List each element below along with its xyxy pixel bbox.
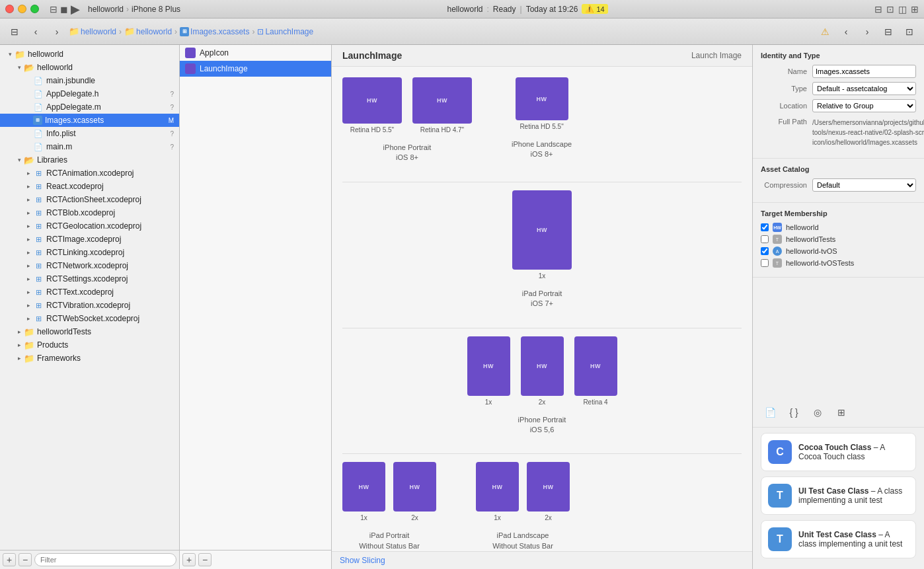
back-btn[interactable]: ‹	[26, 22, 45, 41]
sidebar-item-react[interactable]: ⊞ React.xcodeproj	[0, 180, 179, 193]
asset-cell-ipad-portrait-nostatus-2x[interactable]: HW 2x	[393, 462, 436, 521]
asset-box-iphone-ios56-2x[interactable]: HW	[521, 336, 564, 396]
sidebar-item-rctvibration[interactable]: ⊞ RCTVibration.xcodeproj	[0, 299, 179, 312]
template-card-ui-test[interactable]: T UI Test Case Class – A class implement…	[761, 476, 916, 515]
asset-cell-ipad-portrait-ios7-1x[interactable]: HW 1x	[512, 190, 572, 280]
sidebar-item-appdelegate-h[interactable]: 📄 AppDelegate.h ?	[0, 87, 179, 100]
asset-cell-retina-hd-55-1[interactable]: HW Retina HD 5.5"	[342, 77, 402, 133]
rp-name-input[interactable]	[812, 65, 916, 78]
asset-box-ipad-portrait-ios7-1x[interactable]: HW	[512, 190, 572, 270]
asset-label-ipad-landscape-nostatus-2x: 2x	[545, 514, 552, 521]
run-icon[interactable]: ▶	[71, 2, 80, 17]
sidebar-item-libraries[interactable]: 📂 Libraries	[0, 153, 179, 167]
layout-icon-4[interactable]: ⊞	[911, 4, 919, 15]
sidebar-item-rctactionsheet[interactable]: ⊞ RCTActionSheet.xcodeproj	[0, 193, 179, 206]
layout-icon-2[interactable]: ⊡	[886, 4, 894, 15]
sidebar-remove-btn[interactable]: −	[19, 553, 32, 566]
sidebar-item-helloworld-root[interactable]: 📁 helloworld	[0, 48, 179, 61]
asset-box-ipad-landscape-nostatus-2x[interactable]: HW	[527, 462, 570, 512]
badge-info-plist: ?	[170, 130, 174, 137]
warning-badge[interactable]: ⚠️ 14	[582, 4, 607, 14]
asset-cell-iphone-ios56-1x[interactable]: HW 1x	[467, 336, 510, 406]
sidebar-add-btn[interactable]: +	[3, 553, 16, 566]
asset-remove-btn[interactable]: −	[198, 553, 212, 566]
section-ipad-nostatus-ios56: HW 1x HW 2x iPad PortraitWithout Status …	[342, 462, 742, 551]
rp-location-select[interactable]: Relative to Group	[812, 99, 916, 112]
template-card-unit-test[interactable]: T Unit Test Case Class – A class impleme…	[761, 520, 916, 558]
tm-check-helloworld-tvos[interactable]	[761, 247, 769, 255]
sidebar-item-rctblob[interactable]: ⊞ RCTBlob.xcodeproj	[0, 206, 179, 219]
rp-icon-grid[interactable]: ⊞	[832, 403, 851, 422]
stop-icon[interactable]: ◼	[60, 4, 68, 15]
rp-icon-braces[interactable]: { }	[785, 403, 803, 422]
sidebar-item-rcttext[interactable]: ⊞ RCTText.xcodeproj	[0, 285, 179, 299]
close-button[interactable]	[5, 5, 14, 13]
minimize-button[interactable]	[18, 5, 26, 13]
panel-toggle-right[interactable]: ⊡	[900, 22, 919, 41]
sidebar-item-rctsettings[interactable]: ⊞ RCTSettings.xcodeproj	[0, 272, 179, 285]
sidebar-item-info-plist[interactable]: 📄 Info.plist ?	[0, 127, 179, 140]
nav-btn-fwd[interactable]: ›	[858, 22, 876, 41]
asset-cell-ipad-portrait-nostatus-1x[interactable]: HW 1x	[342, 462, 385, 521]
sidebar-item-images-xcassets[interactable]: ⊞ Images.xcassets M	[0, 114, 179, 127]
sidebar-item-main-jsbundle[interactable]: 📄 main.jsbundle	[0, 74, 179, 87]
asset-cell-ipad-landscape-nostatus-2x[interactable]: HW 2x	[527, 462, 570, 521]
asset-box-retina-hd-55-1[interactable]: HW	[342, 77, 402, 124]
sidebar-item-main-m[interactable]: 📄 main.m ?	[0, 140, 179, 153]
sidebar-toggle-btn[interactable]: ⊟	[5, 22, 24, 41]
tm-check-helloworldtests[interactable]	[761, 235, 769, 243]
asset-box-retina-hd-55-landscape[interactable]: HW	[516, 77, 568, 120]
template-card-cocoa-touch[interactable]: C Cocoa Touch Class – A Cocoa Touch clas…	[761, 433, 916, 471]
asset-box-retina-hd-47[interactable]: HW	[412, 77, 472, 124]
sidebar-toggle-icon[interactable]: ⊟	[50, 4, 58, 15]
tm-label-helloworld: helloworld	[786, 223, 819, 231]
layout-icon-3[interactable]: ◫	[898, 4, 907, 15]
sidebar-item-appdelegate-m[interactable]: 📄 AppDelegate.m ?	[0, 100, 179, 114]
sidebar-item-frameworks[interactable]: 📁 Frameworks	[0, 352, 179, 365]
maximize-button[interactable]	[30, 5, 39, 13]
asset-item-launchimage[interactable]: LaunchImage	[180, 61, 331, 77]
tm-check-helloworld[interactable]	[761, 223, 769, 231]
breadcrumb-item-2[interactable]: Images.xcassets	[190, 27, 249, 36]
breadcrumb-item-0[interactable]: helloworld	[81, 27, 116, 36]
sidebar-item-rctanimation[interactable]: ⊞ RCTAnimation.xcodeproj	[0, 167, 179, 180]
rp-icon-doc[interactable]: 📄	[761, 403, 779, 422]
asset-cell-iphone-ios56-retina4[interactable]: HW Retina 4	[574, 336, 617, 406]
layout-icon-1[interactable]: ⊟	[874, 4, 882, 15]
asset-cell-retina-hd-55-landscape[interactable]: HW Retina HD 5.5"	[516, 77, 568, 130]
arrow-rctimage	[24, 235, 33, 244]
asset-cell-iphone-ios56-2x[interactable]: HW 2x	[521, 336, 564, 406]
breadcrumb-item-3[interactable]: LaunchImage	[265, 27, 313, 36]
panel-toggle-left[interactable]: ⊟	[879, 22, 898, 41]
breadcrumb-item-1[interactable]: helloworld	[136, 27, 172, 36]
rp-compression-select[interactable]: Default	[812, 178, 916, 192]
asset-box-iphone-ios56-1x[interactable]: HW	[467, 336, 510, 396]
rp-type-select[interactable]: Default - assetcatalog	[812, 82, 916, 95]
sidebar-filter-input[interactable]	[34, 553, 176, 566]
asset-box-ipad-landscape-nostatus-1x[interactable]: HW	[476, 462, 519, 512]
sidebar-item-helloworldtests[interactable]: 📁 helloworldTests	[0, 325, 179, 338]
sidebar-item-helloworld-group[interactable]: 📂 helloworld	[0, 61, 179, 74]
sidebar-item-rctnetwork[interactable]: ⊞ RCTNetwork.xcodeproj	[0, 259, 179, 272]
file-icon-rctvibration: ⊞	[33, 300, 44, 311]
asset-item-appicon[interactable]: AppIcon	[180, 45, 331, 61]
asset-add-btn[interactable]: +	[182, 553, 196, 566]
warning-icon-btn[interactable]: ⚠	[816, 22, 834, 41]
asset-box-iphone-ios56-retina4[interactable]: HW	[574, 336, 617, 396]
asset-box-ipad-portrait-nostatus-2x[interactable]: HW	[393, 462, 436, 512]
tm-check-helloworld-tvostests[interactable]	[761, 259, 769, 267]
asset-cell-retina-hd-47[interactable]: HW Retina HD 4.7"	[412, 77, 472, 133]
divider-2	[342, 328, 742, 328]
show-slicing-btn[interactable]: Show Slicing	[340, 556, 385, 565]
asset-cell-ipad-landscape-nostatus-1x[interactable]: HW 1x	[476, 462, 519, 521]
nav-btn-back[interactable]: ‹	[837, 22, 855, 41]
rp-icon-circle[interactable]: ◎	[808, 403, 827, 422]
sidebar-item-rctlinking[interactable]: ⊞ RCTLinking.xcodeproj	[0, 246, 179, 259]
asset-box-ipad-portrait-nostatus-1x[interactable]: HW	[342, 462, 385, 512]
sidebar-item-rctimage[interactable]: ⊞ RCTImage.xcodeproj	[0, 233, 179, 246]
forward-btn[interactable]: ›	[48, 22, 66, 41]
sidebar-item-rctwebsocket[interactable]: ⊞ RCTWebSocket.xcodeproj	[0, 312, 179, 325]
sidebar-item-products[interactable]: 📁 Products	[0, 338, 179, 352]
sidebar: 📁 helloworld 📂 helloworld 📄 main.jsbundl…	[0, 45, 180, 569]
sidebar-item-rctgeolocation[interactable]: ⊞ RCTGeolocation.xcodeproj	[0, 219, 179, 233]
